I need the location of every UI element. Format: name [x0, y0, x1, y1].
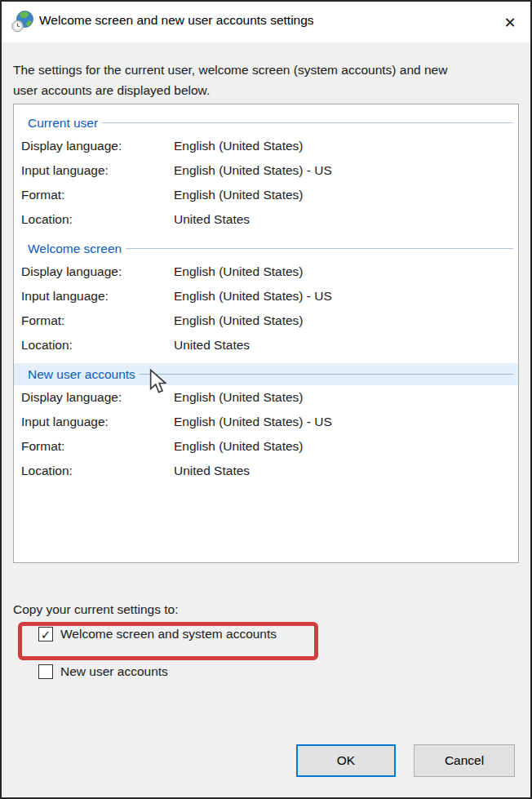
setting-value: English (United States) - US — [174, 163, 518, 178]
checkbox-unchecked[interactable] — [38, 664, 53, 679]
setting-label: Display language: — [14, 264, 174, 279]
setting-value: United States — [174, 464, 518, 478]
setting-label: Format: — [14, 188, 174, 202]
section-current-user: Current user Display language: English (… — [14, 112, 518, 232]
checkbox-welcome-screen-system-accounts[interactable]: ✓ Welcome screen and system accounts — [38, 627, 277, 641]
setting-label: Input language: — [14, 289, 174, 304]
setting-row: Input language: English (United States) … — [14, 410, 518, 434]
setting-value: English (United States) — [174, 390, 518, 405]
description-line-1: The settings for the current user, welco… — [13, 60, 519, 80]
setting-value: English (United States) — [174, 313, 518, 328]
setting-value: English (United States) — [174, 439, 518, 454]
dialog-window: Welcome screen and new user accounts set… — [0, 0, 532, 799]
region-globe-clock-icon — [11, 10, 34, 33]
section-divider-line — [140, 374, 513, 375]
setting-row: Format: English (United States) — [14, 309, 518, 333]
setting-row: Format: English (United States) — [14, 434, 518, 459]
section-divider-line — [102, 122, 513, 123]
ok-button[interactable]: OK — [296, 744, 396, 777]
setting-value: United States — [174, 212, 518, 227]
setting-value: English (United States) — [174, 188, 518, 202]
window-title: Welcome screen and new user accounts set… — [39, 13, 314, 28]
section-header-new-user-accounts: New user accounts — [14, 363, 518, 385]
setting-row: Location: United States — [14, 333, 518, 357]
cancel-button[interactable]: Cancel — [414, 744, 515, 777]
section-title: Current user — [14, 116, 98, 131]
setting-label: Format: — [14, 439, 174, 454]
setting-label: Display language: — [14, 139, 174, 153]
setting-value: English (United States) - US — [174, 415, 518, 429]
dialog-description: The settings for the current user, welco… — [13, 60, 519, 100]
setting-row: Format: English (United States) — [14, 183, 518, 207]
setting-row: Location: United States — [14, 207, 518, 232]
checkmark-icon: ✓ — [41, 628, 51, 641]
section-title: New user accounts — [14, 367, 135, 382]
checkbox-checked[interactable]: ✓ — [38, 627, 53, 641]
description-line-2: user accounts are displayed below. — [13, 80, 519, 100]
setting-row: Input language: English (United States) … — [14, 158, 518, 183]
section-welcome-screen: Welcome screen Display language: English… — [14, 237, 518, 357]
settings-panel: Current user Display language: English (… — [13, 104, 519, 563]
setting-label: Format: — [14, 313, 174, 328]
setting-row: Location: United States — [14, 459, 518, 483]
setting-row: Display language: English (United States… — [14, 134, 518, 158]
checkbox-label[interactable]: New user accounts — [60, 664, 168, 679]
section-title: Welcome screen — [14, 242, 122, 256]
setting-label: Input language: — [14, 415, 174, 429]
copy-settings-heading: Copy your current settings to: — [13, 602, 178, 617]
close-icon[interactable]: ✕ — [496, 8, 524, 36]
setting-row: Display language: English (United States… — [14, 385, 518, 410]
section-header-welcome-screen: Welcome screen — [14, 237, 518, 260]
section-divider-line — [126, 248, 513, 249]
setting-value: United States — [174, 338, 518, 353]
setting-row: Display language: English (United States… — [14, 260, 518, 284]
setting-label: Location: — [14, 212, 174, 227]
checkbox-label[interactable]: Welcome screen and system accounts — [60, 627, 277, 641]
setting-value: English (United States) — [174, 139, 518, 153]
title-bar[interactable]: Welcome screen and new user accounts set… — [2, 2, 530, 42]
section-header-current-user: Current user — [14, 112, 518, 134]
setting-label: Input language: — [14, 163, 174, 178]
setting-label: Display language: — [14, 390, 174, 405]
setting-label: Location: — [14, 464, 174, 478]
setting-value: English (United States) — [174, 264, 518, 279]
section-new-user-accounts: New user accounts Display language: Engl… — [14, 363, 518, 483]
setting-row: Input language: English (United States) … — [14, 284, 518, 309]
setting-label: Location: — [14, 338, 174, 353]
setting-value: English (United States) - US — [174, 289, 518, 304]
checkbox-new-user-accounts[interactable]: New user accounts — [38, 664, 168, 679]
